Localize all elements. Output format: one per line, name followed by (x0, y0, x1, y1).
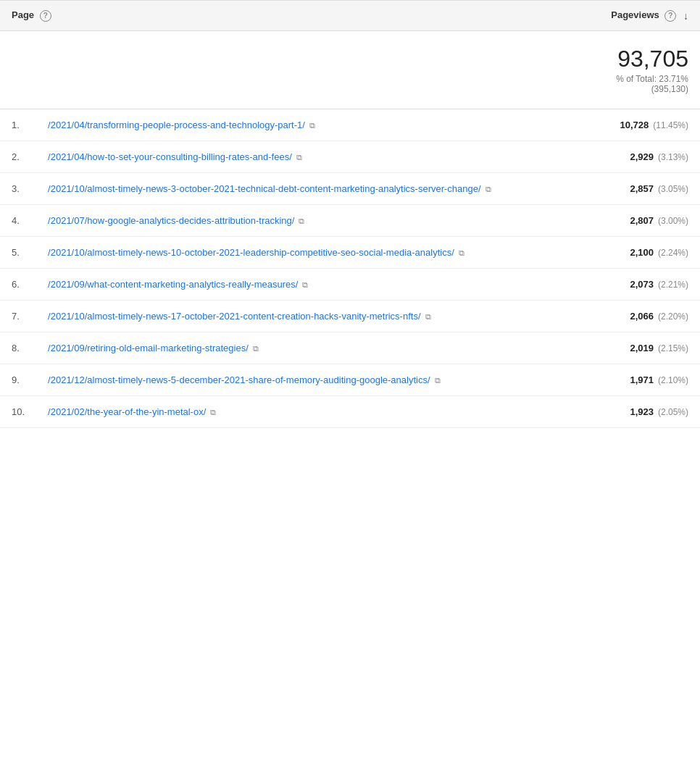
page-cell: /2021/10/almost-timely-news-17-october-2… (36, 300, 541, 332)
row-number: 3. (0, 172, 36, 204)
table-row: 8./2021/09/retiring-old-email-marketing-… (0, 332, 700, 364)
copy-url-icon[interactable]: ⧉ (253, 344, 259, 353)
row-number: 2. (0, 141, 36, 172)
pageviews-cell: 2,807(3.00%) (541, 204, 700, 236)
copy-url-icon[interactable]: ⧉ (309, 121, 315, 130)
copy-url-icon[interactable]: ⧉ (302, 280, 308, 290)
page-link[interactable]: /2021/04/how-to-set-your-consulting-bill… (48, 151, 292, 162)
table-row: 6./2021/09/what-content-marketing-analyt… (0, 268, 700, 300)
page-help-icon[interactable]: ? (40, 10, 51, 22)
page-link[interactable]: /2021/10/almost-timely-news-3-october-20… (48, 183, 481, 194)
pageviews-cell: 2,019(2.15%) (541, 332, 700, 364)
table-row: 10./2021/02/the-year-of-the-yin-metal-ox… (0, 396, 700, 428)
pageviews-percent: (2.21%) (658, 280, 688, 290)
pageviews-number: 2,857 (630, 183, 654, 194)
row-number: 1. (0, 109, 36, 141)
row-number: 5. (0, 236, 36, 268)
row-number: 6. (0, 268, 36, 300)
pageviews-cell: 2,100(2.24%) (541, 236, 700, 268)
table-row: 1./2021/04/transforming-people-process-a… (0, 109, 700, 141)
percent-of-total: % of Total: 23.71% (395,130) (552, 74, 688, 94)
page-link[interactable]: /2021/10/almost-timely-news-17-october-2… (48, 311, 420, 322)
page-link[interactable]: /2021/10/almost-timely-news-10-october-2… (48, 247, 454, 258)
page-cell: /2021/04/how-to-set-your-consulting-bill… (36, 141, 541, 172)
page-cell: /2021/10/almost-timely-news-3-october-20… (36, 172, 541, 204)
page-link[interactable]: /2021/09/retiring-old-email-marketing-st… (48, 343, 249, 353)
pageviews-percent: (2.10%) (658, 375, 688, 385)
pageviews-cell: 2,857(3.05%) (541, 172, 700, 204)
pageviews-percent: (2.15%) (658, 343, 688, 353)
pageviews-number: 2,100 (630, 247, 654, 258)
pageviews-cell: 2,073(2.21%) (541, 268, 700, 300)
summary-pageviews-cell: 93,705 % of Total: 23.71% (395,130) (541, 30, 700, 109)
copy-url-icon[interactable]: ⧉ (435, 376, 441, 385)
table-row: 7./2021/10/almost-timely-news-17-october… (0, 300, 700, 332)
analytics-table: Page ? Pageviews ? ↓ 93,705 % of Total: … (0, 0, 700, 428)
page-cell: /2021/07/how-google-analytics-decides-at… (36, 204, 541, 236)
pageviews-cell: 10,728(11.45%) (541, 109, 700, 141)
pageviews-column-header: Pageviews ? ↓ (541, 1, 700, 31)
pageviews-percent: (2.24%) (658, 248, 688, 258)
pageviews-cell: 1,923(2.05%) (541, 396, 700, 428)
table-row: 4./2021/07/how-google-analytics-decides-… (0, 204, 700, 236)
copy-url-icon[interactable]: ⧉ (425, 312, 431, 322)
page-link[interactable]: /2021/07/how-google-analytics-decides-at… (48, 215, 294, 226)
copy-url-icon[interactable]: ⧉ (299, 217, 304, 226)
pageviews-number: 1,971 (630, 374, 654, 385)
row-number: 10. (0, 396, 36, 428)
pageviews-number: 10,728 (620, 120, 649, 130)
page-cell: /2021/12/almost-timely-news-5-december-2… (36, 364, 541, 396)
pageviews-number: 2,929 (630, 151, 654, 162)
pageviews-number: 1,923 (630, 406, 654, 417)
pageviews-label: Pageviews (611, 9, 659, 20)
page-label: Page (12, 9, 34, 20)
copy-url-icon[interactable]: ⧉ (296, 153, 302, 162)
page-link[interactable]: /2021/02/the-year-of-the-yin-metal-ox/ (48, 406, 206, 417)
summary-row: 93,705 % of Total: 23.71% (395,130) (0, 30, 700, 109)
page-cell: /2021/02/the-year-of-the-yin-metal-ox/⧉ (36, 396, 541, 428)
summary-page-cell (0, 30, 541, 109)
pageviews-number: 2,073 (630, 279, 654, 290)
page-cell: /2021/09/retiring-old-email-marketing-st… (36, 332, 541, 364)
pageviews-cell: 2,929(3.13%) (541, 141, 700, 172)
pageviews-number: 2,807 (630, 215, 654, 226)
table-row: 3./2021/10/almost-timely-news-3-october-… (0, 172, 700, 204)
pageviews-percent: (11.45%) (653, 120, 688, 130)
copy-url-icon[interactable]: ⧉ (210, 408, 216, 417)
row-number: 9. (0, 364, 36, 396)
pageviews-cell: 2,066(2.20%) (541, 300, 700, 332)
pageviews-cell: 1,971(2.10%) (541, 364, 700, 396)
page-column-header: Page ? (0, 1, 541, 31)
pageviews-percent: (3.00%) (658, 216, 688, 226)
pageviews-percent: (2.05%) (658, 407, 688, 417)
table-row: 5./2021/10/almost-timely-news-10-october… (0, 236, 700, 268)
copy-url-icon[interactable]: ⧉ (486, 185, 491, 194)
pageviews-number: 2,066 (630, 311, 654, 322)
total-pageviews: 93,705 (552, 46, 688, 72)
pageviews-percent: (2.20%) (658, 311, 688, 322)
row-number: 7. (0, 300, 36, 332)
row-number: 8. (0, 332, 36, 364)
row-number: 4. (0, 204, 36, 236)
page-cell: /2021/04/transforming-people-process-and… (36, 109, 541, 141)
pageviews-help-icon[interactable]: ? (664, 10, 676, 22)
page-cell: /2021/09/what-content-marketing-analytic… (36, 268, 541, 300)
table-row: 9./2021/12/almost-timely-news-5-december… (0, 364, 700, 396)
pageviews-percent: (3.05%) (658, 184, 688, 194)
page-cell: /2021/10/almost-timely-news-10-october-2… (36, 236, 541, 268)
pageviews-number: 2,019 (630, 343, 654, 353)
table-row: 2./2021/04/how-to-set-your-consulting-bi… (0, 141, 700, 172)
page-link[interactable]: /2021/09/what-content-marketing-analytic… (48, 279, 298, 290)
page-link[interactable]: /2021/12/almost-timely-news-5-december-2… (48, 374, 430, 385)
page-link[interactable]: /2021/04/transforming-people-process-and… (48, 120, 305, 130)
pageviews-percent: (3.13%) (658, 152, 688, 162)
sort-descending-icon[interactable]: ↓ (683, 10, 688, 22)
copy-url-icon[interactable]: ⧉ (459, 248, 464, 258)
